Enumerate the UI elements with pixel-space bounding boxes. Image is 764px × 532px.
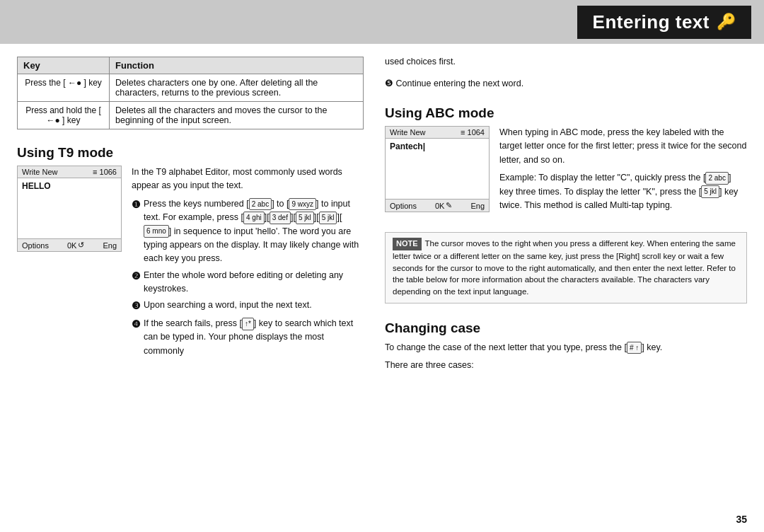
note-label: NOTE: [393, 238, 422, 250]
t9-phone-footer-mid2: ↺: [78, 241, 84, 250]
abc-phone-footer-mid1: 0K: [435, 202, 444, 210]
changing-case-para1: To change the case of the next letter th…: [385, 341, 747, 354]
t9-section-title: Using T9 mode: [17, 145, 364, 161]
page-title: Entering text: [593, 11, 710, 33]
table-cell-key-2: Press and hold the [ ←● ] key: [18, 102, 110, 129]
abc-content: Write New ≡ 1064 Pantech| Options 0K: [385, 126, 747, 219]
t9-phone-header-right: ≡ 1066: [93, 168, 117, 176]
abc-phone-body: Pantech|: [386, 139, 489, 178]
t9-phone-footer: Options 0K ↺ Eng: [18, 238, 121, 251]
table-cell-func-1: Deletes characters one by one. After del…: [110, 74, 364, 102]
key-function-table: Key Function Press the [ ←● ] key Delete…: [17, 57, 364, 129]
key-2abc-abc: 2 abc: [705, 172, 728, 185]
abc-phone-header-count: 1064: [468, 128, 485, 137]
changing-case-title: Changing case: [385, 320, 747, 336]
t9-step-1: ❶ Press the keys numbered [2 abc] to [9 …: [132, 197, 364, 266]
key-9wxyz: 9 wxyz: [289, 198, 316, 211]
key-5jkl: 5 jkl: [296, 212, 314, 224]
abc-phone-footer-mid2: ✎: [446, 201, 452, 210]
abc-phone-footer: Options 0K ✎ Eng: [386, 199, 489, 212]
t9-content: Write New ≡ 1066 HELLO Options 0K: [17, 166, 364, 361]
changing-case-section: Changing case To change the case of the …: [385, 318, 747, 377]
t9-phone-header: Write New ≡ 1066: [18, 166, 121, 178]
page-number: 35: [736, 514, 747, 525]
abc-phone-header-left: Write New: [390, 128, 426, 137]
page-number-area: 35: [385, 509, 747, 525]
note-box: NOTEThe cursor moves to the right when y…: [385, 232, 747, 303]
key-hash: # ↑: [627, 342, 642, 354]
abc-phone-footer-right: Eng: [470, 202, 485, 210]
t9-phone-header-count: 1066: [100, 168, 117, 176]
t9-phone-header-icon: ≡: [93, 168, 97, 176]
abc-para1: When typing in ABC mode, press the key l…: [499, 126, 747, 167]
continue-line-text: ❺ Continue entering the next word.: [385, 78, 523, 88]
t9-step1-num: ❶: [132, 197, 141, 266]
t9-phone-body: HELLO: [18, 178, 121, 217]
abc-section: Using ABC mode Write New ≡ 1064 Pantech|: [385, 103, 747, 219]
t9-phone-footer-icons: 0K ↺: [67, 241, 84, 250]
t9-step3-num: ❸: [132, 299, 141, 314]
abc-phone-header: Write New ≡ 1064: [386, 127, 489, 139]
t9-section: Using T9 mode Write New ≡ 1066 HELLO: [17, 142, 364, 361]
table-col-key: Key: [18, 57, 110, 74]
t9-text-block: In the T9 alphabet Editor, most commonly…: [132, 166, 364, 361]
page-title-box: Entering text 🔑: [577, 6, 751, 39]
t9-step4-text: If the search fails, press [↑*] key to s…: [144, 317, 364, 358]
abc-phone-header-right: ≡ 1064: [461, 128, 485, 137]
key-3def: 3 def: [270, 212, 291, 224]
t9-para1: In the T9 alphabet Editor, most commonly…: [132, 166, 364, 193]
t9-phone-footer-left: Options: [22, 241, 49, 250]
lock-icon: 🔑: [717, 13, 736, 31]
t9-phone-mockup: Write New ≡ 1066 HELLO Options 0K: [17, 166, 122, 252]
left-column: Key Function Press the [ ←● ] key Delete…: [17, 57, 364, 525]
table-col-function: Function: [110, 57, 364, 74]
abc-phone-footer-icons: 0K ✎: [435, 201, 452, 210]
abc-text-block: When typing in ABC mode, press the key l…: [499, 126, 747, 216]
t9-step-4: ❹ If the search fails, press [↑*] key to…: [132, 317, 364, 358]
abc-phone-footer-left: Options: [390, 202, 417, 210]
key-5jkl2: 5 jkl: [319, 212, 337, 224]
abc-para2: Example: To display the letter "C", quic…: [499, 171, 747, 212]
t9-step3-text: Upon searching a word, input the next te…: [144, 299, 312, 314]
t9-step2-text: Enter the whole word before editing or d…: [144, 269, 364, 296]
t9-phone-header-left: Write New: [22, 168, 58, 176]
t9-phone-blank: [18, 217, 121, 238]
abc-phone-body-text: Pantech|: [390, 141, 425, 151]
page-header: Entering text 🔑: [0, 0, 764, 44]
key-2abc: 2 abc: [249, 198, 272, 211]
changing-case-para2: There are three cases:: [385, 359, 747, 372]
t9-phone-footer-right: Eng: [103, 241, 117, 250]
table-cell-func-2: Deletes all the characters and moves the…: [110, 102, 364, 129]
continue-line: ❺ Continue entering the next word.: [385, 78, 747, 88]
abc-phone-blank: [386, 178, 489, 199]
t9-step1-text: Press the keys numbered [2 abc] to [9 wx…: [144, 197, 364, 266]
abc-phone-header-icon: ≡: [461, 128, 465, 137]
key-4ghi: 4 ghi: [243, 212, 265, 224]
table-row: Press and hold the [ ←● ] key Deletes al…: [18, 102, 364, 129]
t9-step-3: ❸ Upon searching a word, input the next …: [132, 299, 364, 314]
t9-step2-num: ❷: [132, 269, 141, 296]
t9-phone-body-text: HELLO: [22, 181, 51, 191]
note-text: The cursor moves to the right when you p…: [393, 239, 736, 296]
key-star: ↑*: [242, 318, 254, 330]
key-5jkl-abc: 5 jkl: [701, 185, 719, 198]
main-content: Key Function Press the [ ←● ] key Delete…: [0, 44, 764, 532]
t9-step4-num: ❹: [132, 317, 141, 358]
right-column: used choices first. ❺ Continue entering …: [385, 57, 747, 525]
table-cell-key-1: Press the [ ←● ] key: [18, 74, 110, 102]
t9-step-2: ❷ Enter the whole word before editing or…: [132, 269, 364, 296]
table-row: Press the [ ←● ] key Deletes characters …: [18, 74, 364, 102]
key-6mno: 6 mno: [144, 225, 169, 238]
abc-section-title: Using ABC mode: [385, 105, 747, 121]
used-choices-text: used choices first.: [385, 57, 747, 66]
abc-phone-mockup: Write New ≡ 1064 Pantech| Options 0K: [385, 126, 490, 212]
t9-phone-footer-mid1: 0K: [67, 241, 76, 250]
